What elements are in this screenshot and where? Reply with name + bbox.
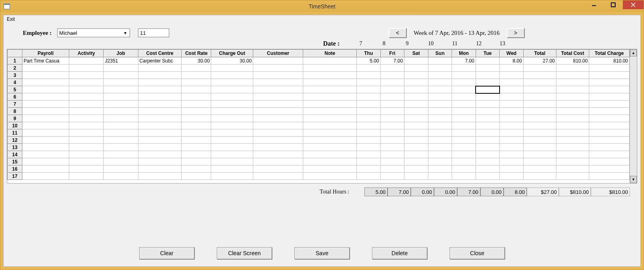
grid-cell[interactable]: [303, 93, 357, 101]
grid-cell[interactable]: [523, 137, 556, 144]
grid-cell[interactable]: [253, 86, 303, 93]
grid-cell[interactable]: [523, 64, 556, 72]
grid-cell[interactable]: 8.00: [500, 57, 524, 64]
grid-cell[interactable]: [138, 129, 182, 137]
row-number[interactable]: 8: [8, 108, 22, 115]
grid-cell[interactable]: [104, 93, 138, 101]
row-number[interactable]: 16: [8, 165, 22, 173]
grid-cell[interactable]: [303, 151, 357, 158]
grid-cell[interactable]: [356, 72, 380, 79]
grid-cell[interactable]: [523, 72, 556, 79]
grid-cell[interactable]: [589, 108, 630, 115]
grid-cell[interactable]: [428, 173, 452, 180]
grid-cell[interactable]: [589, 144, 630, 151]
grid-cell[interactable]: [452, 122, 476, 129]
row-number[interactable]: 2: [8, 64, 22, 72]
grid-cell[interactable]: [182, 72, 211, 79]
grid-cell[interactable]: [556, 79, 589, 86]
grid-cell[interactable]: [556, 86, 589, 93]
grid-cell[interactable]: [452, 79, 476, 86]
grid-cell[interactable]: [303, 173, 357, 180]
grid-cell[interactable]: [303, 122, 357, 129]
clear-button[interactable]: Clear: [139, 247, 194, 259]
employee-combo[interactable]: Michael ▼: [57, 28, 130, 37]
grid-cell[interactable]: [589, 64, 630, 72]
grid-cell[interactable]: [556, 129, 589, 137]
grid-cell[interactable]: [452, 108, 476, 115]
grid-cell[interactable]: [428, 122, 452, 129]
grid-cell[interactable]: [356, 79, 380, 86]
grid-cell[interactable]: [452, 144, 476, 151]
grid-cell[interactable]: [211, 101, 253, 108]
grid-cell[interactable]: [476, 101, 500, 108]
maximize-button[interactable]: [604, 0, 623, 9]
delete-button[interactable]: Delete: [372, 247, 427, 259]
row-number[interactable]: 15: [8, 158, 22, 165]
grid-cell[interactable]: [303, 64, 357, 72]
row-number[interactable]: 3: [8, 72, 22, 79]
grid-cell[interactable]: [104, 129, 138, 137]
grid-cell[interactable]: [380, 151, 404, 158]
grid-cell[interactable]: [211, 79, 253, 86]
grid-cell[interactable]: [356, 144, 380, 151]
grid-cell[interactable]: [182, 115, 211, 122]
grid-cell[interactable]: [523, 115, 556, 122]
row-number[interactable]: 1: [8, 57, 22, 64]
grid-cell[interactable]: [404, 101, 428, 108]
grid-cell[interactable]: [138, 144, 182, 151]
grid-cell[interactable]: [476, 151, 500, 158]
grid-cell[interactable]: [500, 101, 524, 108]
grid-cell[interactable]: [452, 101, 476, 108]
grid-cell[interactable]: [303, 137, 357, 144]
grid-cell[interactable]: [182, 151, 211, 158]
close-button[interactable]: Close: [450, 247, 505, 259]
grid-cell[interactable]: [589, 101, 630, 108]
grid-cell[interactable]: [182, 158, 211, 165]
row-number[interactable]: 10: [8, 122, 22, 129]
scroll-down-icon[interactable]: ▼: [630, 176, 637, 183]
grid-cell[interactable]: [380, 101, 404, 108]
grid-cell[interactable]: [356, 86, 380, 93]
scroll-up-icon[interactable]: ▲: [630, 49, 637, 56]
grid-cell[interactable]: [22, 108, 69, 115]
grid-cell[interactable]: [556, 137, 589, 144]
grid-cell[interactable]: [253, 144, 303, 151]
grid-cell[interactable]: [303, 108, 357, 115]
grid-cell[interactable]: [452, 93, 476, 101]
grid-cell[interactable]: [404, 108, 428, 115]
grid-cell[interactable]: [69, 101, 104, 108]
grid-cell[interactable]: [428, 79, 452, 86]
grid-cell[interactable]: [182, 165, 211, 173]
grid-cell[interactable]: [476, 108, 500, 115]
grid-cell[interactable]: [22, 86, 69, 93]
minimize-button[interactable]: [584, 0, 604, 9]
grid-cell[interactable]: [356, 151, 380, 158]
grid-cell[interactable]: [356, 165, 380, 173]
grid-cell[interactable]: [138, 79, 182, 86]
grid-cell[interactable]: [211, 108, 253, 115]
grid-cell[interactable]: [356, 93, 380, 101]
grid-cell[interactable]: [404, 64, 428, 72]
grid-cell[interactable]: [69, 151, 104, 158]
grid-cell[interactable]: [22, 122, 69, 129]
grid-cell[interactable]: [253, 158, 303, 165]
grid-cell[interactable]: [211, 115, 253, 122]
grid-cell[interactable]: [22, 165, 69, 173]
row-number[interactable]: 13: [8, 144, 22, 151]
grid-header[interactable]: Customer: [253, 50, 303, 57]
grid-cell[interactable]: [356, 64, 380, 72]
grid-cell[interactable]: [523, 158, 556, 165]
grid-cell[interactable]: [138, 72, 182, 79]
grid-cell[interactable]: [22, 115, 69, 122]
grid-cell[interactable]: [211, 165, 253, 173]
grid-cell[interactable]: [476, 165, 500, 173]
grid-cell[interactable]: [589, 93, 630, 101]
grid-cell[interactable]: [589, 165, 630, 173]
grid-cell[interactable]: [589, 173, 630, 180]
grid-cell[interactable]: [182, 64, 211, 72]
grid-cell[interactable]: [138, 165, 182, 173]
grid-cell[interactable]: [556, 93, 589, 101]
row-number[interactable]: 5: [8, 86, 22, 93]
grid-cell[interactable]: [476, 64, 500, 72]
grid-cell[interactable]: [404, 122, 428, 129]
